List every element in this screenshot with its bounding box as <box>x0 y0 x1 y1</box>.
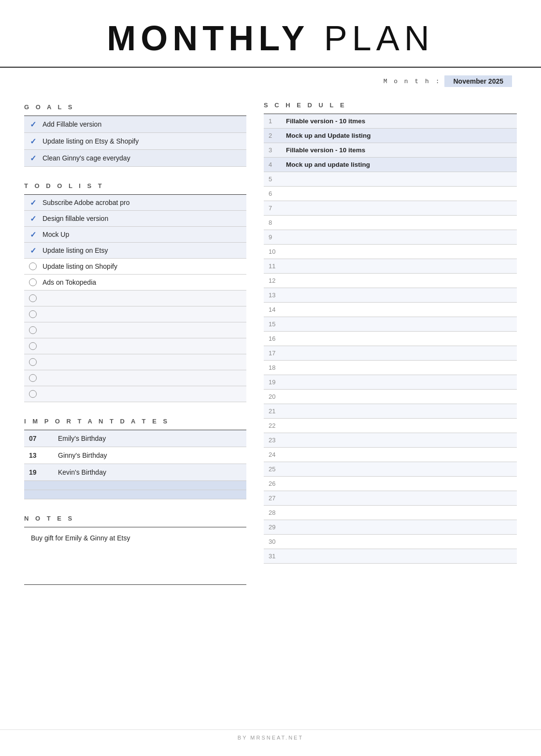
day-event[interactable]: Fillable version - 10 items <box>281 143 517 158</box>
todo-item[interactable] <box>24 322 246 338</box>
checkbox-empty[interactable] <box>29 374 37 382</box>
day-event[interactable] <box>281 288 517 303</box>
todo-item[interactable] <box>24 354 246 370</box>
day-event[interactable] <box>281 491 517 506</box>
schedule-row[interactable]: 21 <box>264 404 517 419</box>
schedule-row[interactable]: 5 <box>264 172 517 187</box>
day-event[interactable] <box>281 346 517 361</box>
schedule-row[interactable]: 25 <box>264 462 517 477</box>
day-event[interactable] <box>281 303 517 317</box>
schedule-row[interactable]: 30 <box>264 535 517 549</box>
goal-item[interactable]: ✓Clean Ginny's cage everyday <box>24 150 246 167</box>
checkbox-empty[interactable] <box>29 310 37 318</box>
day-event[interactable] <box>281 259 517 274</box>
todo-title: T O D O L I S T <box>24 182 246 189</box>
schedule-row[interactable]: 2Mock up and Update listing <box>264 129 517 143</box>
date-row[interactable] <box>24 490 246 499</box>
day-event[interactable]: Mock up and Update listing <box>281 129 517 143</box>
todo-item[interactable]: Update listing on Shopify <box>24 259 246 275</box>
schedule-row[interactable]: 27 <box>264 491 517 506</box>
day-event[interactable] <box>281 390 517 404</box>
day-event[interactable] <box>281 201 517 216</box>
schedule-row[interactable]: 15 <box>264 317 517 332</box>
schedule-row[interactable]: 13 <box>264 288 517 303</box>
schedule-row[interactable]: 4Mock up and update listing <box>264 158 517 172</box>
todo-item[interactable] <box>24 291 246 306</box>
todo-item[interactable]: ✓Design fillable version <box>24 211 246 227</box>
day-event[interactable] <box>281 535 517 549</box>
schedule-row[interactable]: 1Fillable version - 10 itmes <box>264 114 517 129</box>
date-row[interactable]: 19Kevin's Birthday <box>24 464 246 481</box>
schedule-row[interactable]: 18 <box>264 361 517 375</box>
checkbox-empty[interactable] <box>29 262 37 270</box>
schedule-row[interactable]: 26 <box>264 477 517 491</box>
todo-text: Update listing on Etsy <box>43 247 108 254</box>
checkbox-empty[interactable] <box>29 390 37 398</box>
day-event[interactable] <box>281 404 517 419</box>
schedule-row[interactable]: 22 <box>264 419 517 433</box>
todo-item[interactable]: ✓Update listing on Etsy <box>24 243 246 259</box>
schedule-row[interactable]: 17 <box>264 346 517 361</box>
day-number: 7 <box>264 201 281 216</box>
schedule-row[interactable]: 19 <box>264 375 517 390</box>
day-event[interactable] <box>281 520 517 535</box>
schedule-row[interactable]: 16 <box>264 332 517 346</box>
day-event[interactable]: Mock up and update listing <box>281 158 517 172</box>
goal-text: Update listing on Etsy & Shopify <box>43 137 139 145</box>
todo-item[interactable] <box>24 370 246 386</box>
schedule-row[interactable]: 9 <box>264 230 517 245</box>
day-event[interactable]: Fillable version - 10 itmes <box>281 114 517 129</box>
day-event[interactable] <box>281 172 517 187</box>
day-event[interactable] <box>281 245 517 259</box>
day-event[interactable] <box>281 549 517 564</box>
checkbox-empty[interactable] <box>29 342 37 350</box>
day-event[interactable] <box>281 433 517 448</box>
todo-item[interactable] <box>24 338 246 354</box>
day-event[interactable] <box>281 506 517 520</box>
date-row[interactable]: 13Ginny's Birthday <box>24 447 246 464</box>
day-event[interactable] <box>281 332 517 346</box>
month-value[interactable]: November 2025 <box>444 75 512 87</box>
checkbox-empty[interactable] <box>29 326 37 334</box>
checkbox-empty[interactable] <box>29 358 37 366</box>
day-event[interactable] <box>281 361 517 375</box>
day-event[interactable] <box>281 317 517 332</box>
checkbox-empty[interactable] <box>29 294 37 302</box>
day-event[interactable] <box>281 375 517 390</box>
schedule-row[interactable]: 6 <box>264 187 517 201</box>
todo-item[interactable]: ✓Mock Up <box>24 227 246 243</box>
day-event[interactable] <box>281 462 517 477</box>
todo-item[interactable]: Ads on Tokopedia <box>24 275 246 291</box>
schedule-row[interactable]: 3Fillable version - 10 items <box>264 143 517 158</box>
goal-item[interactable]: ✓Update listing on Etsy & Shopify <box>24 133 246 150</box>
schedule-row[interactable]: 14 <box>264 303 517 317</box>
schedule-row[interactable]: 20 <box>264 390 517 404</box>
day-number: 13 <box>264 288 281 303</box>
goal-item[interactable]: ✓Add Fillable version <box>24 116 246 133</box>
schedule-row[interactable]: 11 <box>264 259 517 274</box>
left-column: G O A L S ✓Add Fillable version✓Update l… <box>24 102 246 585</box>
day-event[interactable] <box>281 274 517 288</box>
notes-text[interactable]: Buy gift for Emily & Ginny at Etsy <box>29 532 242 544</box>
schedule-row[interactable]: 7 <box>264 201 517 216</box>
day-event[interactable] <box>281 419 517 433</box>
day-event[interactable] <box>281 448 517 462</box>
day-event[interactable] <box>281 477 517 491</box>
todo-item[interactable] <box>24 386 246 402</box>
day-event[interactable] <box>281 187 517 201</box>
day-event[interactable] <box>281 230 517 245</box>
schedule-row[interactable]: 29 <box>264 520 517 535</box>
checkbox-empty[interactable] <box>29 278 37 286</box>
schedule-row[interactable]: 24 <box>264 448 517 462</box>
schedule-row[interactable]: 10 <box>264 245 517 259</box>
schedule-row[interactable]: 28 <box>264 506 517 520</box>
date-row[interactable] <box>24 481 246 490</box>
schedule-row[interactable]: 31 <box>264 549 517 564</box>
todo-item[interactable]: ✓Subscribe Adobe acrobat pro <box>24 195 246 211</box>
schedule-row[interactable]: 12 <box>264 274 517 288</box>
schedule-row[interactable]: 23 <box>264 433 517 448</box>
schedule-row[interactable]: 8 <box>264 216 517 230</box>
todo-item[interactable] <box>24 306 246 322</box>
day-event[interactable] <box>281 216 517 230</box>
date-row[interactable]: 07Emily's Birthday <box>24 430 246 447</box>
